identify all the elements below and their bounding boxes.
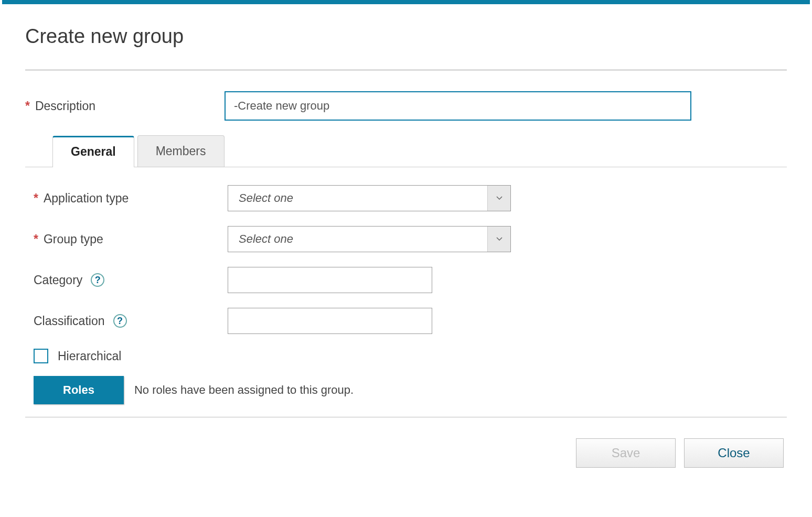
close-button[interactable]: Close (684, 438, 784, 468)
tabs-container: General Members (25, 135, 787, 167)
required-indicator: * (34, 191, 38, 206)
classification-input[interactable] (228, 308, 432, 334)
title-divider (25, 70, 787, 70)
help-icon[interactable]: ? (91, 273, 104, 287)
classification-label: Classification (34, 314, 105, 328)
group-type-label: Group type (44, 232, 103, 246)
application-type-placeholder: Select one (228, 191, 487, 205)
description-label: Description (35, 99, 95, 113)
category-label: Category (34, 273, 82, 287)
required-indicator: * (34, 232, 38, 246)
application-type-label: Application type (44, 191, 129, 206)
help-icon[interactable]: ? (113, 314, 127, 328)
top-accent-bar (2, 0, 810, 4)
required-indicator: * (25, 99, 30, 113)
category-input[interactable] (228, 267, 432, 293)
group-type-placeholder: Select one (228, 232, 487, 246)
chevron-down-icon (487, 186, 510, 211)
hierarchical-checkbox[interactable] (34, 349, 48, 363)
application-type-select[interactable]: Select one (228, 185, 511, 211)
description-input[interactable] (225, 91, 691, 121)
save-button[interactable]: Save (576, 438, 676, 468)
tab-general[interactable]: General (52, 136, 134, 167)
roles-empty-text: No roles have been assigned to this grou… (134, 383, 354, 397)
group-type-select[interactable]: Select one (228, 226, 511, 252)
roles-button[interactable]: Roles (34, 376, 124, 404)
chevron-down-icon (487, 227, 510, 252)
tab-members[interactable]: Members (137, 135, 225, 167)
page-title: Create new group (25, 25, 787, 48)
hierarchical-label: Hierarchical (58, 349, 121, 363)
footer-divider (25, 417, 787, 417)
